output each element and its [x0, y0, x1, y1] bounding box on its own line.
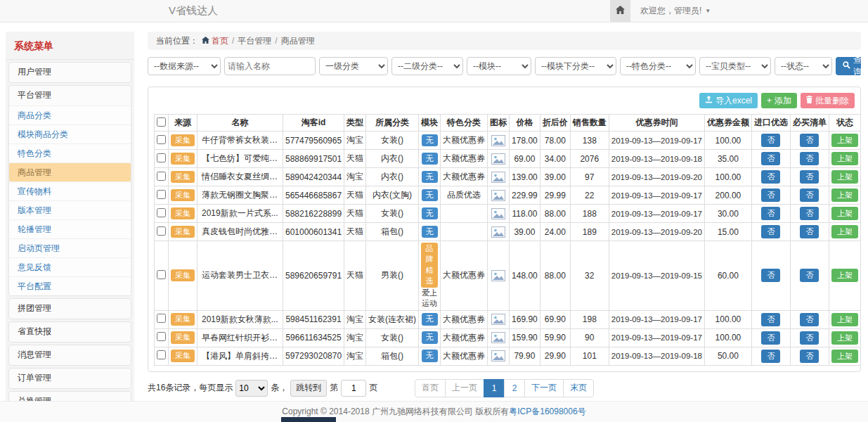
status-button[interactable]: 上架 — [831, 134, 858, 147]
sidebar-item-2[interactable]: 拼团管理 — [9, 299, 131, 319]
row-checkbox[interactable] — [157, 172, 166, 181]
module-cell: 无 — [419, 132, 441, 150]
sidebar-subitem-1-1[interactable]: 模块商品分类 — [9, 124, 131, 143]
coupon-time: 2019-09-13—2019-09-15 — [609, 241, 704, 311]
coupon-amount: 100.00 — [704, 328, 751, 347]
sidebar-item-0[interactable]: 用户管理 — [9, 63, 131, 82]
must-buy-button[interactable]: 否 — [800, 134, 819, 147]
page-button-2[interactable]: 1 — [484, 379, 505, 397]
row-checkbox[interactable] — [157, 270, 166, 279]
status-button[interactable]: 上架 — [831, 331, 858, 345]
breadcrumb-home-link[interactable]: 首页 — [202, 35, 228, 47]
must-buy-button[interactable]: 否 — [800, 313, 819, 326]
sidebar-subitem-1-5[interactable]: 版本管理 — [9, 200, 131, 219]
column-header-13: 进口优选 — [751, 115, 790, 132]
sidebar-subitem-1-2[interactable]: 特色分类 — [9, 143, 131, 162]
page-button-5[interactable]: 末页 — [563, 379, 594, 397]
sidebar-item-5[interactable]: 订单管理 — [9, 369, 131, 388]
import-select-button[interactable]: 否 — [761, 313, 780, 326]
add-button[interactable]: + 添加 — [761, 93, 797, 108]
must-buy-button[interactable]: 否 — [800, 188, 819, 202]
import-select-button[interactable]: 否 — [761, 188, 780, 202]
filter-module-subcategory[interactable]: --模块下分类-- — [535, 57, 616, 75]
page-button-0[interactable]: 首页 — [415, 379, 446, 397]
status-button[interactable]: 上架 — [831, 269, 858, 282]
sidebar-item-4[interactable]: 消息管理 — [9, 345, 131, 365]
filter-featured-category[interactable]: --特色分类-- — [620, 57, 696, 75]
must-buy-button[interactable]: 否 — [800, 170, 819, 184]
jump-page-input[interactable] — [341, 380, 366, 397]
source-cell: 采集 — [169, 186, 197, 205]
import-select-button[interactable]: 否 — [761, 331, 780, 345]
must-buy-button[interactable]: 否 — [800, 350, 819, 363]
status-button[interactable]: 上架 — [831, 350, 858, 363]
sidebar-item-1[interactable]: 平台管理 — [9, 86, 131, 106]
must-buy-button[interactable]: 否 — [800, 152, 819, 165]
sidebar-item-3[interactable]: 省直快报 — [9, 322, 131, 342]
per-page-select[interactable]: 10 — [235, 380, 268, 397]
status-button[interactable]: 上架 — [831, 207, 858, 220]
filter-product-type[interactable]: --宝贝类型-- — [699, 57, 771, 75]
must-buy-button[interactable]: 否 — [800, 331, 819, 345]
coupon-amount: 15.00 — [704, 223, 751, 241]
filter-module[interactable]: --模块-- — [467, 57, 531, 75]
import-select-button[interactable]: 否 — [761, 152, 780, 165]
status-button[interactable]: 上架 — [831, 152, 858, 165]
row-checkbox[interactable] — [157, 153, 166, 162]
import-select-button[interactable]: 否 — [761, 134, 780, 147]
product-image-icon — [491, 172, 505, 183]
row-checkbox[interactable] — [157, 314, 166, 323]
icp-link[interactable]: 粤ICP备16098006号 — [509, 406, 585, 418]
home-button[interactable] — [610, 0, 630, 22]
page-button-3[interactable]: 2 — [504, 379, 525, 397]
filter-bar: --数据来源--一级分类--二级分类----模块----模块下分类----特色分… — [148, 57, 861, 75]
import-select-button[interactable]: 否 — [761, 269, 780, 282]
select-all-checkbox[interactable] — [157, 117, 166, 127]
search-button[interactable]: 查询 — [836, 57, 861, 75]
status-button[interactable]: 上架 — [831, 188, 858, 202]
sidebar-subitem-1-7[interactable]: 启动页管理 — [9, 238, 131, 257]
product-row-2: 采集情侣睡衣女夏丝绸男士...589042420344淘宝内衣()无大额优惠券1… — [155, 168, 862, 186]
row-checkbox[interactable] — [157, 350, 166, 359]
user-menu[interactable]: 欢迎您，管理员! ▼ — [640, 5, 711, 17]
filter-level1-category[interactable]: 一级分类 — [319, 57, 388, 75]
jump-button[interactable]: 跳转到 — [290, 380, 327, 397]
filter-data-source[interactable]: --数据来源-- — [148, 57, 221, 75]
import-select-button[interactable]: 否 — [761, 207, 780, 220]
sidebar-subitem-1-8[interactable]: 意见反馈 — [9, 257, 131, 276]
import-select-button[interactable]: 否 — [761, 225, 780, 238]
sidebar-subitem-1-0[interactable]: 商品分类 — [9, 106, 131, 124]
must-buy-button[interactable]: 否 — [800, 207, 819, 220]
filter-status[interactable]: --状态-- — [775, 57, 832, 75]
status-button[interactable]: 上架 — [831, 313, 858, 326]
import-excel-button[interactable]: 导入excel — [699, 93, 758, 108]
import-select-button[interactable]: 否 — [761, 170, 780, 184]
row-checkbox[interactable] — [157, 208, 166, 217]
import-select-button[interactable]: 否 — [761, 350, 780, 363]
import-select-cell: 否 — [751, 150, 790, 168]
import-select-cell: 否 — [751, 241, 790, 311]
must-buy-button[interactable]: 否 — [800, 269, 819, 282]
page-button-4[interactable]: 下一页 — [524, 379, 564, 397]
batch-delete-button[interactable]: 批量删除 — [801, 93, 855, 108]
filter-level2-category[interactable]: --二级分类-- — [391, 57, 463, 75]
sidebar-subitem-1-6[interactable]: 轮播管理 — [9, 219, 131, 238]
taoke-id: 565446685867 — [283, 186, 344, 205]
row-checkbox[interactable] — [157, 226, 166, 236]
row-checkbox[interactable] — [157, 332, 166, 341]
filter-name-input[interactable] — [224, 57, 316, 75]
row-checkbox[interactable] — [157, 190, 166, 199]
sidebar-subitem-1-3[interactable]: 商品管理 — [9, 162, 131, 181]
home-icon — [616, 6, 625, 16]
module-badge: 无 — [422, 226, 438, 238]
page-button-1[interactable]: 上一页 — [445, 379, 484, 397]
sidebar-subitem-1-9[interactable]: 平台配置 — [9, 276, 131, 295]
coupon-time: 2019-09-13—2019-09-18 — [609, 150, 704, 168]
sidebar-subitem-1-4[interactable]: 宣传物料 — [9, 181, 131, 200]
status-button[interactable]: 上架 — [831, 170, 858, 184]
module-cell: 无 — [419, 347, 441, 365]
must-buy-button[interactable]: 否 — [800, 225, 819, 238]
status-button[interactable]: 上架 — [831, 225, 858, 238]
price: 79.90 — [510, 347, 540, 365]
row-checkbox[interactable] — [157, 135, 166, 144]
